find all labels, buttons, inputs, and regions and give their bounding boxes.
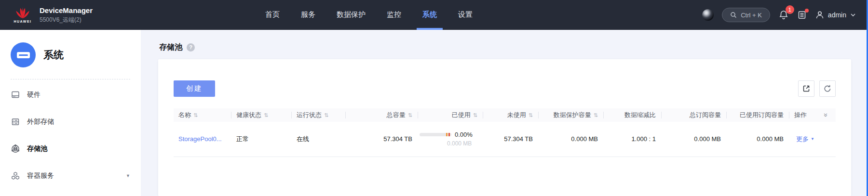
health-status-cell: 正常 bbox=[231, 122, 292, 157]
sidebar-item-container-service[interactable]: 容器服务 ▼ bbox=[0, 162, 141, 189]
brand-text: DeviceManager 5500V6_远端(2) bbox=[40, 6, 93, 24]
free-capacity-cell: 57.304 TB bbox=[483, 122, 539, 157]
nav-tab-system[interactable]: 系统 bbox=[412, 0, 448, 30]
huawei-wordmark: HUAWEI bbox=[12, 20, 34, 23]
huawei-flower-icon bbox=[14, 7, 31, 19]
main-area: 存储池 ? 创建 bbox=[141, 30, 868, 196]
chevron-down-icon bbox=[850, 12, 856, 18]
col-header-actions: 操作 bbox=[789, 108, 816, 122]
table-row: StoragePool0... 正常 在线 57.304 TB bbox=[174, 122, 836, 157]
container-service-icon bbox=[11, 171, 20, 181]
user-icon bbox=[815, 10, 825, 20]
page-title: 存储池 bbox=[159, 42, 182, 52]
sort-icon: ⇅ bbox=[594, 112, 598, 118]
export-button[interactable] bbox=[798, 80, 814, 97]
sidebar-item-label: 存储池 bbox=[27, 144, 47, 153]
sort-icon: ⇅ bbox=[473, 112, 477, 118]
notifications-button[interactable]: 1 bbox=[778, 10, 789, 20]
event-log-button[interactable] bbox=[797, 10, 807, 20]
nav-tab-services[interactable]: 服务 bbox=[290, 0, 326, 30]
theme-toggle-icon[interactable] bbox=[702, 9, 714, 21]
sort-icon: ⇅ bbox=[264, 112, 268, 118]
device-name: 5500V6_远端(2) bbox=[40, 16, 93, 24]
used-amount-label: 0.000 MB bbox=[447, 140, 483, 147]
used-capacity-bar bbox=[420, 133, 451, 136]
used-subscribed-capacity-cell: 0.000 MB bbox=[727, 122, 789, 157]
sidebar-item-storage-pool[interactable]: 存储池 bbox=[0, 135, 141, 162]
sidebar-item-label: 硬件 bbox=[27, 91, 41, 99]
page-header: 存储池 ? bbox=[159, 42, 851, 52]
refresh-button[interactable] bbox=[819, 80, 836, 97]
sidebar-item-hardware[interactable]: 硬件 bbox=[0, 81, 141, 108]
col-header-free[interactable]: 未使用⇅ bbox=[483, 108, 539, 122]
device-manager-page: HUAWEI DeviceManager 5500V6_远端(2) 首页 服务 … bbox=[0, 0, 868, 196]
sidebar-title: 系统 bbox=[43, 48, 64, 62]
col-header-subscribed-capacity: 总订阅容量 bbox=[662, 108, 727, 122]
caret-down-icon: ▼ bbox=[811, 137, 814, 141]
user-menu[interactable]: admin bbox=[815, 10, 856, 20]
sort-icon: ⇅ bbox=[408, 112, 412, 118]
event-log-alert-dot bbox=[805, 9, 809, 13]
more-actions-button[interactable]: 更多 ▼ bbox=[794, 135, 814, 144]
running-status-cell: 在线 bbox=[292, 122, 346, 157]
top-navbar: HUAWEI DeviceManager 5500V6_远端(2) 首页 服务 … bbox=[0, 0, 868, 30]
help-icon[interactable]: ? bbox=[187, 43, 195, 52]
nav-tab-monitoring[interactable]: 监控 bbox=[376, 0, 412, 30]
global-search[interactable]: Ctrl + K bbox=[722, 8, 770, 22]
col-header-reduction-ratio: 数据缩减比 bbox=[604, 108, 662, 122]
huawei-logo-icon: HUAWEI bbox=[12, 7, 34, 23]
sidebar-item-label: 容器服务 bbox=[27, 171, 54, 180]
username-label: admin bbox=[828, 11, 846, 19]
warning-threshold-mark bbox=[446, 133, 448, 136]
sort-icon: ⇅ bbox=[529, 112, 533, 118]
app-title: DeviceManager bbox=[40, 6, 93, 14]
hardware-icon bbox=[11, 90, 20, 100]
nav-tab-data-protection[interactable]: 数据保护 bbox=[326, 0, 376, 30]
col-header-running-status[interactable]: 运行状态⇅ bbox=[292, 108, 346, 122]
sidebar: 系统 硬件 bbox=[0, 30, 141, 196]
storage-pool-card: 创建 bbox=[158, 59, 851, 196]
primary-nav: 首页 服务 数据保护 监控 系统 设置 bbox=[255, 0, 483, 30]
search-shortcut-label: Ctrl + K bbox=[741, 12, 762, 19]
storage-pool-table: 名称⇅ 健康状态⇅ 运行状态⇅ 总容量⇅ 已使用⇅ 未使用⇅ 数据保护容量⇅ 数… bbox=[174, 108, 836, 157]
sidebar-item-label: 外部存储 bbox=[27, 118, 54, 126]
col-header-health-status[interactable]: 健康状态⇅ bbox=[231, 108, 292, 122]
protection-capacity-cell: 0.000 MB bbox=[539, 122, 604, 157]
table-header-row: 名称⇅ 健康状态⇅ 运行状态⇅ 总容量⇅ 已使用⇅ 未使用⇅ 数据保护容量⇅ 数… bbox=[174, 108, 836, 122]
sidebar-header: 系统 bbox=[0, 30, 141, 67]
topbar-controls: Ctrl + K 1 bbox=[702, 0, 856, 30]
pool-name-link[interactable]: StoragePool0... bbox=[178, 135, 222, 143]
notification-count-badge: 1 bbox=[786, 5, 794, 14]
export-icon bbox=[802, 84, 811, 93]
col-header-expand[interactable]: » bbox=[816, 108, 836, 122]
create-button[interactable]: 创建 bbox=[174, 80, 215, 97]
nav-tab-settings[interactable]: 设置 bbox=[448, 0, 483, 30]
brand: HUAWEI DeviceManager 5500V6_远端(2) bbox=[12, 6, 93, 24]
content-layout: 系统 硬件 bbox=[0, 30, 868, 196]
sort-icon: ⇅ bbox=[193, 112, 198, 118]
col-header-used[interactable]: 已使用⇅ bbox=[418, 108, 483, 122]
reduction-ratio-cell: 1.000 : 1 bbox=[604, 122, 662, 157]
storage-pool-icon bbox=[11, 144, 20, 154]
col-header-total-capacity[interactable]: 总容量⇅ bbox=[346, 108, 418, 122]
column-settings-icon: » bbox=[822, 113, 830, 117]
alarm-threshold-mark bbox=[448, 133, 450, 136]
card-toolbar: 创建 bbox=[174, 80, 836, 97]
sidebar-item-external-storage[interactable]: 外部存储 bbox=[0, 108, 141, 135]
col-header-used-subscribed-capacity: 已使用订阅容量 bbox=[727, 108, 789, 122]
col-header-name[interactable]: 名称⇅ bbox=[174, 108, 231, 122]
external-storage-icon bbox=[11, 117, 20, 127]
expand-caret-icon[interactable]: ▼ bbox=[126, 173, 130, 178]
subscribed-capacity-cell: 0.000 MB bbox=[662, 122, 727, 157]
card-actions bbox=[798, 80, 836, 97]
system-module-icon bbox=[11, 42, 36, 67]
nav-tab-home[interactable]: 首页 bbox=[255, 0, 290, 30]
col-header-protection-capacity[interactable]: 数据保护容量⇅ bbox=[539, 108, 604, 122]
total-capacity-cell: 57.304 TB bbox=[346, 122, 418, 157]
used-percent-label: 0.00% bbox=[455, 131, 473, 138]
refresh-icon bbox=[823, 84, 832, 93]
sort-icon: ⇅ bbox=[324, 112, 328, 118]
sidebar-divider bbox=[11, 79, 130, 79]
used-capacity-cell: 0.00% 0.000 MB bbox=[418, 122, 483, 157]
search-icon bbox=[730, 12, 737, 18]
